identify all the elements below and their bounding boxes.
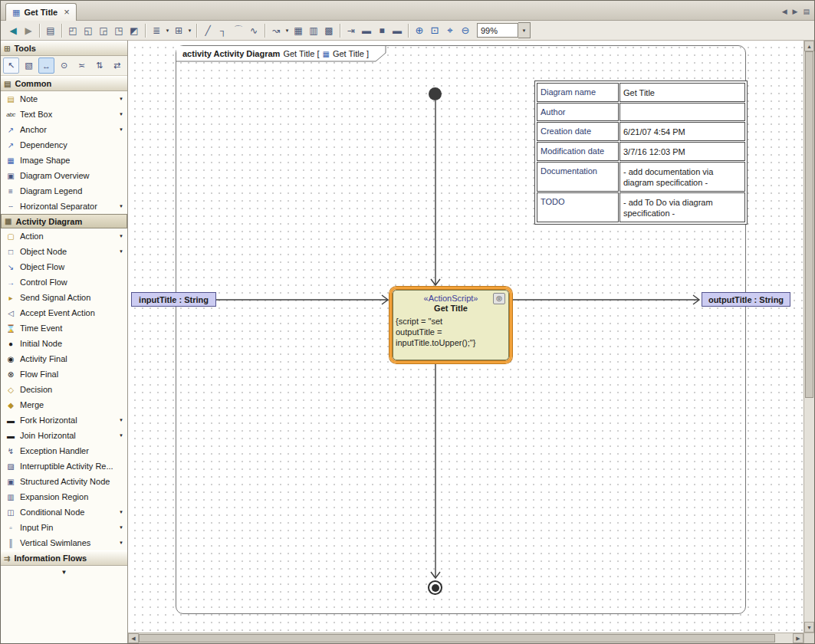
palette-item-exception-handler[interactable]: ↯ Exception Handler: [1, 443, 127, 458]
marquee-tool-button[interactable]: ▧: [21, 58, 37, 74]
palette-scroll-down-button[interactable]: ▼: [1, 566, 127, 576]
palette-item-note[interactable]: ▤ Note ▼: [1, 91, 127, 107]
palette-item-control-flow[interactable]: → Control Flow: [1, 274, 127, 290]
palette-section-tools[interactable]: ⊞ Tools: [1, 41, 127, 56]
palette-item-text-box[interactable]: abc Text Box ▼: [1, 107, 127, 122]
activity-final-node[interactable]: [428, 580, 442, 595]
diagram-canvas[interactable]: activity Activity Diagram Get Title [ ▦ …: [128, 41, 803, 632]
initial-node[interactable]: [429, 87, 442, 100]
swap-tool-button[interactable]: ⇄: [109, 58, 125, 74]
paste-special-button[interactable]: ◲: [96, 23, 111, 38]
palette-item-accept-event-action[interactable]: ◁ Accept Event Action: [1, 305, 127, 320]
horizontal-scroll-thumb[interactable]: [139, 634, 775, 642]
curved-path-button[interactable]: ⌒: [231, 23, 246, 38]
chevron-down-icon[interactable]: ▼: [284, 28, 291, 33]
horizontal-scrollbar[interactable]: ◀ ▶: [128, 633, 803, 643]
output-pin-label[interactable]: outputTitle : String: [702, 292, 790, 307]
palette-item-expansion-region[interactable]: ▥ Expansion Region: [1, 489, 127, 504]
paste-button[interactable]: ◱: [81, 23, 96, 38]
delete-button[interactable]: ◩: [127, 23, 142, 38]
scroll-left-button[interactable]: ◀: [128, 633, 139, 643]
chevron-down-icon[interactable]: ▼: [119, 525, 123, 530]
swimlane-button[interactable]: ⇥: [343, 23, 359, 38]
diagram-frame-header[interactable]: activity Activity Diagram Get Title [ ▦ …: [176, 46, 386, 61]
input-pin-label[interactable]: inputTitle : String: [131, 292, 216, 307]
chevron-down-icon[interactable]: ▼: [164, 28, 171, 33]
show-grid-button[interactable]: ▦: [291, 23, 306, 38]
shape-size-button[interactable]: ■: [374, 23, 389, 38]
palette-item-initial-node[interactable]: ● Initial Node: [1, 336, 127, 351]
zoom-in-button[interactable]: ⊕: [412, 23, 427, 38]
scroll-up-button[interactable]: ▲: [804, 41, 814, 51]
align-button[interactable]: ≣: [149, 23, 164, 38]
grid-options-button[interactable]: ▩: [321, 23, 337, 38]
order-tool-button[interactable]: ⇅: [91, 58, 107, 74]
zoom-level-value[interactable]: 99%: [477, 23, 518, 38]
dependency-tool-button[interactable]: ↝: [268, 23, 284, 38]
palette-item-fork-horizontal[interactable]: ▬ Fork Horizontal ▼: [1, 412, 127, 428]
diagram-list-button[interactable]: ▤: [803, 8, 810, 15]
palette-item-object-node[interactable]: □ Object Node ▼: [1, 244, 127, 259]
select-tool-button[interactable]: ↖: [3, 58, 19, 74]
chevron-down-icon[interactable]: ▼: [119, 204, 123, 209]
zoom-selection-button[interactable]: ⌖: [442, 23, 458, 38]
palette-item-time-event[interactable]: ⌛ Time Event: [1, 320, 127, 336]
palette-item-dependency[interactable]: ↗ Dependency: [1, 137, 127, 153]
diagram-info-table[interactable]: Diagram name Get Title Author Creation d…: [534, 80, 748, 225]
action-node-selection[interactable]: «ActionScript» Get Title {script = "set …: [389, 287, 512, 363]
chevron-down-icon[interactable]: ▼: [119, 127, 123, 132]
palette-item-structured-activity-node[interactable]: ▣ Structured Activity Node: [1, 474, 127, 489]
palette-item-anchor[interactable]: ↗ Anchor ▼: [1, 122, 127, 137]
chevron-down-icon[interactable]: ▼: [518, 22, 531, 38]
zoom-level-select[interactable]: 99% ▼: [477, 22, 531, 38]
magnet-tool-button[interactable]: ⊙: [56, 58, 72, 74]
palette-item-join-horizontal[interactable]: ▬ Join Horizontal ▼: [1, 428, 127, 443]
palette-section-common[interactable]: ▤ Common: [1, 76, 127, 91]
chevron-down-icon[interactable]: ▼: [119, 418, 123, 422]
vertical-scrollbar[interactable]: ▲ ▼: [803, 41, 814, 632]
shape-width-button[interactable]: ▬: [359, 23, 374, 38]
forward-button[interactable]: ▶: [21, 23, 36, 38]
tab-get-title[interactable]: ▦ Get Title ×: [5, 3, 77, 21]
snap-grid-button[interactable]: ▥: [306, 23, 321, 38]
rounded-path-button[interactable]: ∿: [246, 23, 261, 38]
palette-item-image-shape[interactable]: ▦ Image Shape: [1, 153, 127, 168]
palette-item-interruptible-activity-region[interactable]: ▨ Interruptible Activity Re...: [1, 458, 127, 474]
zoom-out-button[interactable]: ⊖: [458, 23, 473, 38]
chevron-down-icon[interactable]: ▼: [119, 433, 123, 438]
scroll-right-button[interactable]: ▶: [793, 633, 803, 643]
back-button[interactable]: ◀: [5, 23, 21, 38]
vertical-scroll-thumb[interactable]: [805, 51, 813, 398]
chevron-down-icon[interactable]: ▼: [119, 112, 123, 117]
palette-item-diagram-overview[interactable]: ▣ Diagram Overview: [1, 168, 127, 183]
palette-section-information-flows[interactable]: ⇉ Information Flows: [1, 550, 127, 566]
scroll-down-button[interactable]: ▼: [804, 622, 814, 632]
palette-item-merge[interactable]: ◆ Merge: [1, 397, 127, 412]
distribute-tool-button[interactable]: ≍: [74, 58, 90, 74]
next-diagram-button[interactable]: ▶: [793, 8, 798, 15]
palette-item-input-pin[interactable]: ▫ Input Pin ▼: [1, 520, 127, 535]
cut-button[interactable]: ◳: [111, 23, 127, 38]
palette-item-diagram-legend[interactable]: ≡ Diagram Legend: [1, 183, 127, 199]
palette-section-activity-diagram[interactable]: ▦ Activity Diagram: [1, 214, 127, 228]
previous-diagram-button[interactable]: ◀: [782, 8, 787, 15]
oblique-path-button[interactable]: ╱: [200, 23, 215, 38]
rectilinear-path-button[interactable]: ┐: [215, 23, 231, 38]
palette-item-horizontal-separator[interactable]: ┄ Horizontal Separator ▼: [1, 199, 127, 214]
chevron-down-icon[interactable]: ▼: [186, 28, 193, 33]
palette-item-object-flow[interactable]: ↘ Object Flow: [1, 259, 127, 274]
chevron-down-icon[interactable]: ▼: [119, 97, 123, 101]
zoom-fit-button[interactable]: ⊡: [427, 23, 442, 38]
chevron-down-icon[interactable]: ▼: [119, 234, 123, 238]
palette-item-flow-final[interactable]: ⊗ Flow Final: [1, 366, 127, 382]
chevron-down-icon[interactable]: ▼: [119, 249, 123, 254]
containment-tree-button[interactable]: ▤: [43, 23, 58, 38]
copy-button[interactable]: ◰: [65, 23, 81, 38]
palette-item-decision[interactable]: ◇ Decision: [1, 382, 127, 397]
distribute-button[interactable]: ⊞: [171, 23, 186, 38]
action-node-get-title[interactable]: «ActionScript» Get Title {script = "set …: [393, 290, 509, 360]
chevron-down-icon[interactable]: ▼: [119, 510, 123, 514]
palette-item-action[interactable]: ▢ Action ▼: [1, 228, 127, 244]
palette-item-vertical-swimlanes[interactable]: ║ Vertical Swimlanes ▼: [1, 535, 127, 550]
resize-tool-button[interactable]: ↔: [38, 58, 54, 74]
